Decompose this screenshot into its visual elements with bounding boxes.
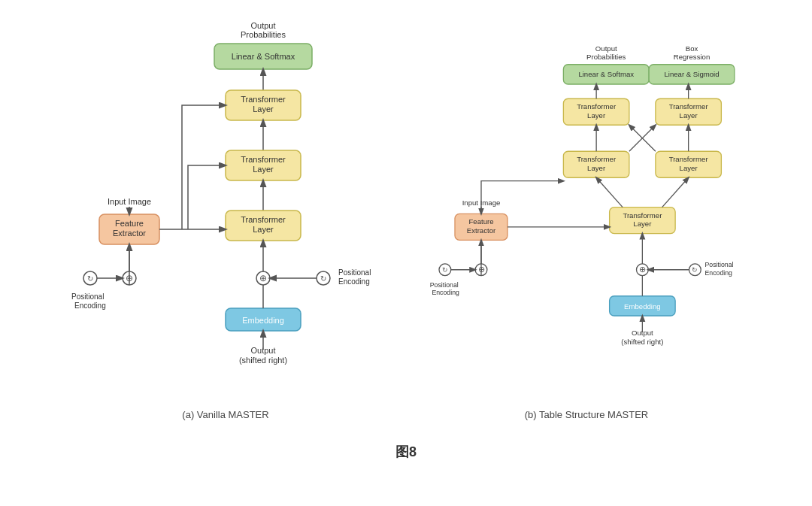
svg-text:Layer: Layer <box>587 164 606 172</box>
svg-text:Embedding: Embedding <box>242 316 284 325</box>
svg-text:Positional: Positional <box>71 292 104 301</box>
svg-text:↻: ↻ <box>87 274 93 283</box>
figure-label: 图8 <box>395 443 417 461</box>
svg-text:(shifted right): (shifted right) <box>239 356 287 365</box>
svg-line-68 <box>596 177 623 207</box>
svg-text:Positional: Positional <box>705 261 734 268</box>
svg-text:⊕: ⊕ <box>639 265 646 274</box>
svg-text:Input Image: Input Image <box>108 197 151 206</box>
svg-text:Probabilities: Probabilities <box>241 30 286 39</box>
svg-text:Transformer: Transformer <box>577 102 617 111</box>
svg-text:Transformer: Transformer <box>241 155 286 164</box>
svg-text:Box: Box <box>686 44 698 53</box>
caption-table: (b) Table Structure MASTER <box>525 409 648 420</box>
svg-text:Positional: Positional <box>338 268 371 277</box>
svg-text:Transformer: Transformer <box>669 155 709 163</box>
svg-text:Feature: Feature <box>115 219 144 228</box>
caption-vanilla: (a) Vanilla MASTER <box>182 409 268 420</box>
svg-text:Layer: Layer <box>253 165 274 174</box>
svg-text:(shifted right): (shifted right) <box>621 338 663 346</box>
svg-text:Positional: Positional <box>430 281 459 289</box>
svg-text:Transformer: Transformer <box>241 215 286 224</box>
svg-text:Output: Output <box>250 21 275 30</box>
svg-text:Linear & Sigmoid: Linear & Sigmoid <box>664 70 719 78</box>
svg-text:Extractor: Extractor <box>113 229 146 238</box>
svg-text:Encoding: Encoding <box>432 289 459 296</box>
svg-text:Transformer: Transformer <box>669 102 709 111</box>
svg-text:Layer: Layer <box>680 164 698 172</box>
svg-text:Extractor: Extractor <box>467 226 496 235</box>
svg-line-69 <box>662 177 689 207</box>
diagram-table: Output Probabilities Box Regression Line… <box>429 15 744 420</box>
svg-text:Transformer: Transformer <box>577 155 617 163</box>
svg-text:Encoding: Encoding <box>338 277 370 286</box>
svg-text:Linear & Softmax: Linear & Softmax <box>232 52 295 61</box>
svg-text:Layer: Layer <box>633 220 652 228</box>
svg-text:Feature: Feature <box>468 217 493 226</box>
svg-text:Encoding: Encoding <box>705 269 733 277</box>
svg-text:Embedding: Embedding <box>624 302 661 311</box>
svg-text:↻: ↻ <box>320 274 326 283</box>
svg-text:Output: Output <box>595 44 617 53</box>
svg-text:⊕: ⊕ <box>259 273 267 283</box>
diagram-vanilla: Output Probabilities Linear & Softmax Tr… <box>68 15 383 420</box>
svg-text:↻: ↻ <box>442 266 448 274</box>
svg-text:Probabilities: Probabilities <box>586 53 626 61</box>
svg-text:Layer: Layer <box>680 111 698 120</box>
svg-text:Transformer: Transformer <box>623 211 662 220</box>
svg-text:Layer: Layer <box>253 105 274 114</box>
svg-text:Layer: Layer <box>253 225 274 234</box>
main-container: Output Probabilities Linear & Softmax Tr… <box>0 0 812 435</box>
svg-text:Linear & Softmax: Linear & Softmax <box>578 70 634 78</box>
svg-text:↻: ↻ <box>692 266 698 274</box>
svg-text:Transformer: Transformer <box>241 95 286 104</box>
svg-text:Encoding: Encoding <box>74 301 106 310</box>
svg-text:Regression: Regression <box>674 53 710 61</box>
svg-text:Layer: Layer <box>587 111 606 120</box>
